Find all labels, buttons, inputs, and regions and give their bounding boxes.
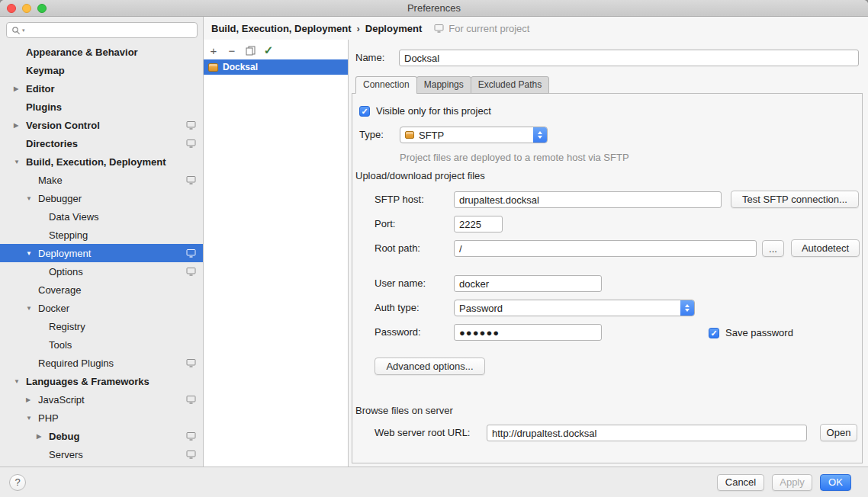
- tab-connection[interactable]: Connection: [355, 76, 417, 94]
- minimize-window-button[interactable]: [22, 4, 31, 13]
- use-as-default-icon[interactable]: ✓: [262, 43, 275, 57]
- sftp-host-input[interactable]: [454, 191, 722, 208]
- root-path-input[interactable]: [454, 240, 757, 257]
- ok-button[interactable]: OK: [820, 474, 851, 491]
- sidebar-item-options[interactable]: Options: [0, 262, 203, 281]
- sidebar-item-label: Keymap: [26, 65, 65, 76]
- name-input[interactable]: [399, 50, 859, 66]
- remove-server-icon[interactable]: −: [225, 43, 239, 57]
- project-level-icon: [186, 121, 196, 130]
- window-title: Preferences: [407, 2, 461, 14]
- user-name-input[interactable]: [454, 275, 602, 292]
- web-root-label: Web server root URL:: [375, 425, 470, 441]
- auth-type-label: Auth type:: [375, 300, 420, 316]
- sidebar-item-php[interactable]: ▼PHP: [0, 409, 203, 427]
- open-url-button[interactable]: Open: [820, 424, 857, 441]
- chevron-down-icon[interactable]: ▼: [14, 159, 26, 165]
- browse-root-path-button[interactable]: ...: [762, 240, 784, 257]
- cancel-button[interactable]: Cancel: [717, 474, 764, 491]
- project-level-icon: [186, 432, 196, 441]
- settings-tree: Appearance & Behavior Keymap ▶Editor Plu…: [0, 43, 203, 463]
- breadcrumb-separator: ›: [356, 23, 359, 34]
- sidebar-item-servers[interactable]: Servers: [0, 445, 203, 463]
- advanced-options-button[interactable]: Advanced options...: [375, 358, 485, 375]
- sidebar-item-appearance-behavior[interactable]: Appearance & Behavior: [0, 43, 203, 61]
- chevron-down-icon[interactable]: ▼: [26, 415, 38, 422]
- visible-only-label: Visible only for this project: [376, 105, 491, 117]
- sidebar-item-required-plugins[interactable]: Required Plugins: [0, 354, 203, 372]
- help-button[interactable]: ?: [9, 474, 26, 491]
- type-value: SFTP: [419, 130, 444, 141]
- autodetect-button[interactable]: Autodetect: [791, 239, 860, 257]
- server-name: Docksal: [223, 62, 258, 72]
- sidebar-item-make[interactable]: Make: [0, 171, 203, 189]
- sidebar-item-version-control[interactable]: ▶Version Control: [0, 116, 203, 134]
- sidebar-item-deployment[interactable]: ▼Deployment: [0, 244, 203, 262]
- add-server-icon[interactable]: +: [207, 43, 220, 57]
- sidebar-item-label: Plugins: [26, 101, 62, 113]
- sidebar-item-label: Version Control: [26, 120, 100, 131]
- password-input[interactable]: [454, 324, 602, 341]
- search-icon: [11, 26, 21, 35]
- server-list-item[interactable]: Docksal: [204, 59, 348, 75]
- browse-group-label: Browse files on server: [355, 405, 453, 416]
- chevron-down-icon[interactable]: ▼: [26, 250, 38, 257]
- dropdown-stepper[interactable]: [680, 300, 694, 316]
- sidebar-item-tools[interactable]: Tools: [0, 335, 203, 354]
- breadcrumb-section[interactable]: Build, Execution, Deployment: [211, 23, 351, 34]
- project-level-icon: [186, 176, 196, 184]
- sidebar-item-languages-frameworks[interactable]: ▼Languages & Frameworks: [0, 372, 203, 390]
- save-password-checkbox[interactable]: ✓: [709, 328, 719, 338]
- sidebar-item-label: Data Views: [49, 211, 99, 223]
- server-list-panel: + − ✓ Docksal: [204, 40, 349, 467]
- sidebar-item-label: Options: [49, 266, 83, 277]
- chevron-right-icon[interactable]: ▶: [14, 85, 26, 92]
- sidebar-item-debugger[interactable]: ▼Debugger: [0, 189, 203, 207]
- sidebar-item-editor[interactable]: ▶Editor: [0, 79, 203, 98]
- zoom-window-button[interactable]: [37, 4, 47, 13]
- settings-search-input[interactable]: ▾: [6, 22, 198, 38]
- sftp-host-label: SFTP host:: [375, 191, 424, 208]
- apply-button[interactable]: Apply: [772, 474, 812, 491]
- chevron-right-icon[interactable]: ▶: [37, 433, 49, 440]
- chevron-right-icon[interactable]: ▶: [26, 396, 38, 403]
- chevron-right-icon[interactable]: ▶: [14, 122, 26, 129]
- type-label: Type:: [359, 127, 384, 143]
- sidebar-item-keymap[interactable]: Keymap: [0, 61, 203, 79]
- sidebar-item-label: Tools: [49, 339, 72, 351]
- sidebar-item-plugins[interactable]: Plugins: [0, 98, 203, 116]
- sidebar-item-data-views[interactable]: Data Views: [0, 207, 203, 226]
- web-root-input[interactable]: [487, 425, 807, 441]
- dropdown-stepper[interactable]: [533, 127, 547, 143]
- project-level-icon: [186, 451, 196, 459]
- sidebar-item-stepping[interactable]: Stepping: [0, 226, 203, 244]
- sidebar-item-javascript[interactable]: ▶JavaScript: [0, 390, 203, 409]
- close-window-button[interactable]: [7, 4, 16, 13]
- sidebar-item-label: Coverage: [38, 284, 81, 296]
- sidebar-item-label: Registry: [49, 321, 85, 332]
- chevron-down-icon[interactable]: ▼: [26, 305, 38, 312]
- sidebar-item-registry[interactable]: Registry: [0, 317, 203, 335]
- sidebar-item-label: Debugger: [38, 193, 82, 204]
- sidebar-item-coverage[interactable]: Coverage: [0, 281, 203, 299]
- password-label: Password:: [375, 324, 421, 341]
- sftp-icon: [405, 131, 414, 139]
- footer-bar: ? Cancel Apply OK: [0, 467, 868, 497]
- sidebar-item-debug[interactable]: ▶Debug: [0, 427, 203, 445]
- sidebar-item-build-execution-deployment[interactable]: ▼Build, Execution, Deployment: [0, 152, 203, 171]
- auth-type-select[interactable]: Password: [454, 300, 695, 316]
- port-input[interactable]: [454, 216, 503, 232]
- sidebar-item-docker[interactable]: ▼Docker: [0, 299, 203, 317]
- visible-only-row: ✓ Visible only for this project: [359, 105, 491, 117]
- chevron-down-icon[interactable]: ▼: [14, 378, 26, 385]
- auth-type-value: Password: [459, 303, 503, 314]
- tab-excluded-paths[interactable]: Excluded Paths: [471, 76, 549, 94]
- test-sftp-connection-button[interactable]: Test SFTP connection...: [731, 191, 859, 208]
- sidebar-item-directories[interactable]: Directories: [0, 134, 203, 152]
- copy-server-icon[interactable]: [243, 43, 257, 57]
- sidebar-item-label: Appearance & Behavior: [26, 46, 138, 58]
- type-select[interactable]: SFTP: [400, 127, 548, 143]
- chevron-down-icon[interactable]: ▼: [26, 195, 38, 202]
- tab-mappings[interactable]: Mappings: [416, 76, 471, 94]
- visible-only-checkbox[interactable]: ✓: [359, 106, 370, 117]
